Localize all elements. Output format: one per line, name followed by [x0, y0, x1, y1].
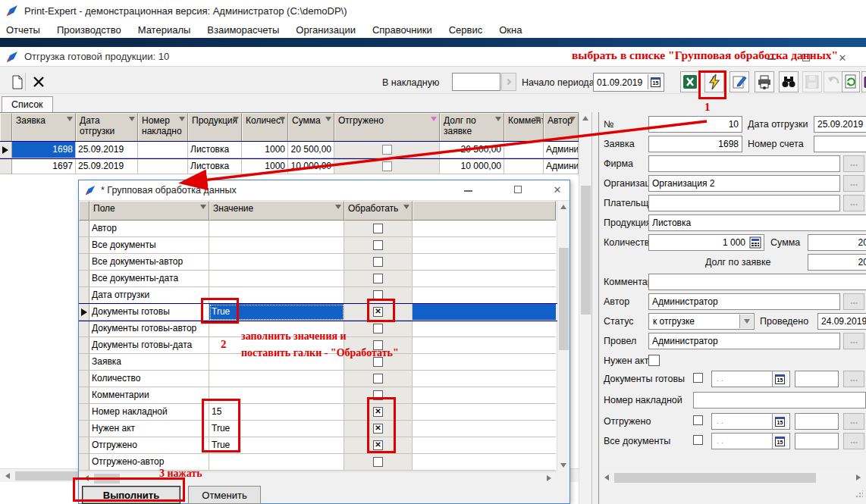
field-process-cell[interactable]	[344, 287, 413, 304]
field-name-cell[interactable]: Нужен акт	[89, 421, 209, 437]
alldocs-extra-input[interactable]	[795, 433, 839, 449]
cell-summa[interactable]: 10 000,00	[288, 158, 334, 174]
filter-dropdown-icon[interactable]	[535, 117, 541, 121]
column-header-product[interactable]: Продукция	[188, 113, 242, 142]
zayavka-input[interactable]	[648, 136, 742, 152]
filter-dropdown-icon[interactable]	[431, 117, 437, 121]
shipped-checkbox[interactable]	[382, 145, 392, 155]
table-row[interactable]: 169725.09.2019Листовка100010 000,0010 00…	[0, 158, 579, 174]
field-process-cell[interactable]	[344, 421, 413, 437]
field-value-cell[interactable]	[209, 271, 344, 287]
search-button[interactable]	[779, 71, 799, 92]
column-header-nomer[interactable]: Номер накладно	[138, 113, 188, 142]
field-process-cell[interactable]	[344, 237, 413, 254]
menu-item-отчеты[interactable]: Отчеты	[6, 24, 40, 36]
dropdown-button[interactable]	[739, 315, 753, 328]
scrollbar-thumb[interactable]	[581, 186, 591, 315]
invoice-number-input[interactable]	[693, 392, 866, 409]
process-checkbox[interactable]	[373, 340, 383, 350]
filter-dropdown-icon[interactable]	[179, 117, 185, 121]
field-value-cell[interactable]: 15	[209, 404, 344, 421]
field-process-cell[interactable]	[344, 254, 413, 271]
dialog-field-row[interactable]: ОтгруженоTrue	[79, 437, 557, 454]
panel-splitter[interactable]	[591, 112, 599, 504]
cell-nomer[interactable]	[138, 142, 188, 158]
status-dropdown[interactable]: к отгрузке	[648, 313, 755, 330]
menu-item-сервис[interactable]: Сервис	[449, 24, 483, 36]
scroll-right-button[interactable]	[543, 472, 555, 484]
scroll-left-button[interactable]	[601, 471, 613, 484]
dialog-field-row[interactable]: Все документы	[79, 237, 557, 254]
docs-ready-extra-input[interactable]	[795, 371, 839, 387]
ship-date-input[interactable]	[814, 116, 866, 133]
process-checkbox[interactable]	[373, 390, 383, 400]
firm-lookup-button[interactable]: ...	[843, 155, 864, 172]
delete-button[interactable]	[29, 71, 49, 92]
close-button[interactable]	[833, 52, 852, 64]
act-needed-checkbox[interactable]	[648, 355, 660, 366]
filter-dropdown-icon[interactable]	[67, 117, 73, 121]
field-process-cell[interactable]	[344, 354, 413, 371]
dialog-field-row[interactable]: Документы готовы-автор	[79, 321, 557, 337]
scroll-up-button[interactable]	[557, 201, 569, 213]
field-value-cell[interactable]	[209, 237, 344, 254]
process-checkbox[interactable]	[373, 274, 383, 283]
refresh-button[interactable]	[842, 71, 860, 92]
resize-grip[interactable]	[855, 490, 863, 498]
panel-horizontal-scrollbar[interactable]	[601, 471, 864, 484]
scroll-right-button[interactable]	[852, 471, 864, 484]
dialog-field-row[interactable]: Комментарии	[79, 387, 557, 404]
field-process-cell[interactable]	[344, 454, 413, 471]
export-excel-button[interactable]	[680, 71, 700, 92]
field-value-cell[interactable]	[209, 371, 344, 387]
process-checkbox[interactable]	[373, 440, 383, 450]
field-name-cell[interactable]: Автор	[89, 221, 209, 237]
cell-qty[interactable]: 1000	[242, 142, 288, 158]
dialog-minimize-button[interactable]	[458, 185, 478, 197]
dialog-column-header[interactable]: Поле	[89, 201, 209, 221]
dialog-close-button[interactable]	[548, 183, 567, 196]
tab-list[interactable]: Список	[2, 96, 53, 112]
field-value-cell[interactable]	[209, 387, 344, 404]
qty-input[interactable]	[648, 234, 764, 251]
help-button[interactable]: ?	[861, 71, 866, 92]
column-header-comment[interactable]: Комментарии	[504, 113, 544, 142]
column-header-debt[interactable]: Долг по заявке	[440, 113, 504, 142]
table-row[interactable]: 169825.09.2019Листовка100020 500,0020 50…	[0, 142, 579, 158]
field-name-cell[interactable]: Дата отгрузки	[89, 287, 209, 304]
filter-dropdown-icon[interactable]	[335, 205, 341, 209]
menu-item-материалы[interactable]: Материалы	[138, 24, 191, 36]
field-process-cell[interactable]	[344, 321, 413, 337]
cell-debt[interactable]: 10 000,00	[440, 158, 504, 174]
cell-qty[interactable]: 1000	[242, 158, 288, 174]
dialog-field-row[interactable]: Заявка	[79, 354, 557, 371]
dialog-column-header[interactable]: Значение	[209, 201, 344, 221]
column-header-author[interactable]: Автор	[544, 113, 579, 142]
postedby-lookup-button[interactable]: ...	[843, 333, 864, 349]
cell-product[interactable]: Листовка	[188, 158, 242, 174]
cell-author[interactable]: Администратор	[544, 158, 579, 174]
filter-dropdown-icon[interactable]	[495, 117, 501, 121]
column-header-summa[interactable]: Сумма	[288, 113, 334, 142]
cell-zayavka[interactable]: 1697	[12, 158, 76, 174]
process-checkbox[interactable]	[373, 374, 383, 383]
invoice-go-button[interactable]	[501, 73, 516, 91]
scrollbar-thumb[interactable]	[559, 248, 569, 350]
filter-dropdown-icon[interactable]	[129, 117, 135, 121]
postedby-input[interactable]	[648, 333, 840, 349]
dialog-field-row[interactable]: Дата отгрузки	[79, 287, 557, 304]
field-name-cell[interactable]: Заявка	[89, 354, 209, 371]
menu-item-организации[interactable]: Организации	[296, 24, 356, 36]
field-process-cell[interactable]	[344, 437, 413, 454]
scroll-left-button[interactable]	[2, 470, 14, 482]
invoice-input[interactable]	[452, 73, 500, 91]
dialog-field-row[interactable]: Все документы-дата	[79, 271, 557, 287]
posted-input[interactable]	[817, 313, 866, 330]
scroll-left-button[interactable]	[80, 472, 93, 484]
dialog-field-row[interactable]: Отгружено-автор	[79, 454, 557, 471]
docs-ready-checkbox[interactable]	[693, 373, 703, 383]
field-name-cell[interactable]: Документы готовы	[89, 304, 209, 321]
cell-shipped[interactable]	[334, 142, 440, 158]
field-value-cell[interactable]	[209, 454, 344, 471]
filter-dropdown-icon[interactable]	[569, 117, 576, 121]
